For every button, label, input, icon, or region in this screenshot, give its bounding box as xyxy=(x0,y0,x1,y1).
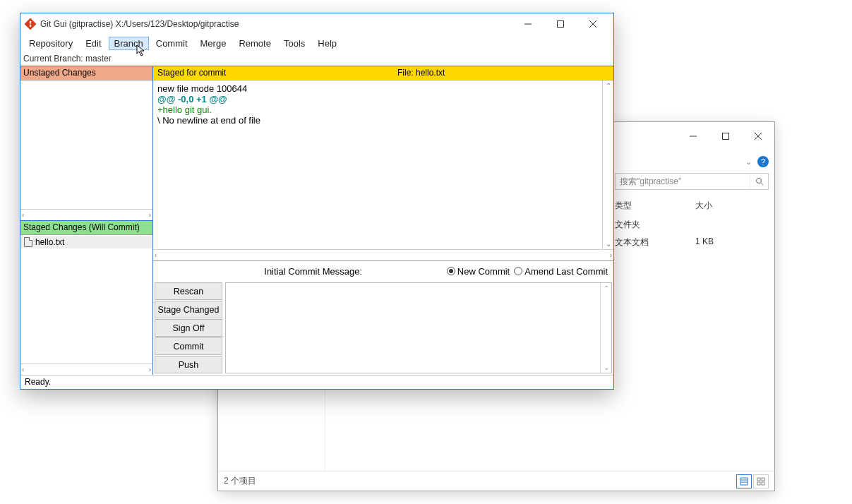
menu-edit[interactable]: Edit xyxy=(80,37,107,50)
status-text: 2 个项目 xyxy=(224,475,256,487)
explorer-maximize-button[interactable] xyxy=(709,126,742,147)
column-type[interactable]: 类型 xyxy=(612,200,695,212)
svg-rect-27 xyxy=(558,21,564,28)
scrollbar-horizontal[interactable]: ‹› xyxy=(153,249,613,260)
scrollbar-horizontal[interactable]: ‹› xyxy=(20,364,152,375)
svg-rect-18 xyxy=(757,478,760,481)
diff-header: Staged for commit File: hello.txt xyxy=(153,66,613,80)
git-menubar: Repository Edit Branch Commit Merge Remo… xyxy=(20,35,613,52)
commit-message-input[interactable] xyxy=(226,283,600,373)
help-icon[interactable]: ? xyxy=(757,156,769,167)
branch-bar: Current Branch: master xyxy=(20,52,613,66)
chevron-down-icon[interactable]: ⌄ xyxy=(745,157,752,167)
menu-merge[interactable]: Merge xyxy=(195,37,232,50)
svg-rect-1 xyxy=(723,133,729,140)
svg-rect-20 xyxy=(757,482,760,485)
commit-zone: Initial Commit Message: New Commit Amend… xyxy=(153,260,613,375)
diff-header-file: File: hello.txt xyxy=(397,68,445,78)
commit-button[interactable]: Commit xyxy=(155,337,222,355)
rescan-button[interactable]: Rescan xyxy=(155,282,222,300)
git-statusbar: Ready. xyxy=(20,375,613,389)
svg-point-4 xyxy=(756,179,761,184)
search-placeholder: 搜索"gitpractise" xyxy=(616,176,750,188)
menu-commit[interactable]: Commit xyxy=(150,37,193,50)
window-title: Git Gui (gitpractise) X:/Users/123/Deskt… xyxy=(40,19,512,29)
git-titlebar: Git Gui (gitpractise) X:/Users/123/Deskt… xyxy=(20,13,613,35)
cursor-icon xyxy=(136,44,146,57)
view-icons-button[interactable] xyxy=(753,474,769,488)
commit-message-label: Initial Commit Message: xyxy=(153,266,365,277)
search-icon[interactable] xyxy=(750,174,768,189)
git-app-icon xyxy=(25,18,36,30)
staged-list[interactable]: hello.txt xyxy=(20,235,152,364)
unstaged-panel: Unstaged Changes ‹› xyxy=(20,66,152,221)
list-item[interactable]: 文本文档 1 KB xyxy=(612,234,774,251)
sign-off-button[interactable]: Sign Off xyxy=(155,319,222,337)
staged-header: Staged Changes (Will Commit) xyxy=(20,221,152,235)
explorer-search-input[interactable]: 搜索"gitpractise" xyxy=(615,173,769,190)
scrollbar-horizontal[interactable]: ‹› xyxy=(20,209,152,220)
list-item[interactable]: 文件夹 xyxy=(612,216,774,234)
menu-help[interactable]: Help xyxy=(312,37,342,50)
stage-changed-button[interactable]: Stage Changed xyxy=(155,301,222,318)
svg-line-5 xyxy=(761,183,763,185)
unstaged-list[interactable] xyxy=(20,80,152,209)
staged-panel: Staged Changes (Will Commit) hello.txt ‹… xyxy=(20,221,152,375)
svg-rect-15 xyxy=(740,478,748,485)
menu-remote[interactable]: Remote xyxy=(233,37,277,50)
scrollbar-vertical[interactable]: ⌃⌄ xyxy=(600,283,611,373)
explorer-minimize-button[interactable] xyxy=(677,126,709,147)
explorer-close-button[interactable] xyxy=(742,126,774,147)
git-gui-window: Git Gui (gitpractise) X:/Users/123/Deskt… xyxy=(20,13,614,390)
scrollbar-vertical[interactable]: ⌃⌄ xyxy=(602,80,613,249)
file-icon xyxy=(24,237,32,247)
radio-new-commit[interactable]: New Commit xyxy=(447,266,510,277)
column-size[interactable]: 大小 xyxy=(695,200,752,212)
maximize-button[interactable] xyxy=(544,15,577,33)
menu-tools[interactable]: Tools xyxy=(278,37,311,50)
push-button[interactable]: Push xyxy=(155,356,222,373)
svg-rect-19 xyxy=(762,478,764,481)
diff-header-left: Staged for commit xyxy=(157,68,397,78)
staged-file-name: hello.txt xyxy=(35,237,64,247)
explorer-column-headers[interactable]: 类型 大小 xyxy=(612,197,774,216)
diff-viewer[interactable]: new file mode 100644@@ -0,0 +1 @@+hello … xyxy=(153,80,602,249)
radio-amend-commit[interactable]: Amend Last Commit xyxy=(514,266,608,277)
close-button[interactable] xyxy=(577,15,609,33)
view-details-button[interactable] xyxy=(736,474,752,488)
menu-repository[interactable]: Repository xyxy=(23,37,78,50)
staged-file-item[interactable]: hello.txt xyxy=(21,236,152,248)
minimize-button[interactable] xyxy=(512,15,544,33)
explorer-statusbar: 2 个项目 xyxy=(218,471,774,491)
svg-rect-21 xyxy=(762,482,764,485)
unstaged-header: Unstaged Changes xyxy=(20,66,152,80)
